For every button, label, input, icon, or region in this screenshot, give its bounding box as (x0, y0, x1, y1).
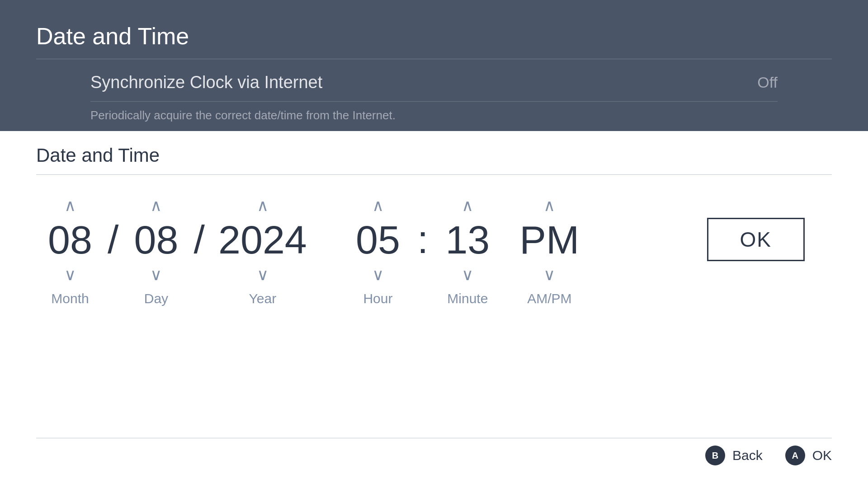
day-label: Day (144, 291, 168, 306)
ampm-label: AM/PM (527, 291, 571, 306)
top-section: Date and Time Synchronize Clock via Inte… (0, 0, 868, 131)
back-label: Back (732, 448, 763, 463)
date-separator-2: / (190, 216, 208, 263)
sync-clock-value: Off (757, 74, 778, 91)
day-picker: ∧ 08 ∨ Day (122, 193, 190, 306)
day-down-arrow[interactable]: ∨ (141, 262, 171, 287)
bottom-section: Date and Time ∧ 08 ∨ Month / ∧ 08 ∨ Day … (0, 131, 868, 488)
ok-nav-icon: A (785, 446, 805, 465)
month-down-arrow[interactable]: ∨ (55, 262, 85, 287)
day-up-arrow[interactable]: ∧ (141, 193, 171, 218)
year-picker: ∧ 2024 ∨ Year (208, 193, 317, 306)
ampm-down-arrow[interactable]: ∨ (534, 262, 564, 287)
picker-row: ∧ 08 ∨ Month / ∧ 08 ∨ Day / ∧ 2024 ∨ Yea (36, 193, 832, 306)
ok-nav-button[interactable]: A OK (785, 446, 832, 465)
year-label: Year (249, 291, 277, 306)
day-value: 08 (122, 218, 190, 262)
ok-button[interactable]: OK (707, 218, 805, 261)
back-nav-button[interactable]: B Back (705, 446, 763, 465)
time-colon: : (412, 216, 434, 263)
year-up-arrow[interactable]: ∧ (248, 193, 278, 218)
sync-row: Synchronize Clock via Internet Off (36, 73, 832, 92)
minute-label: Minute (447, 291, 488, 306)
date-separator-1: / (104, 216, 122, 263)
back-icon: B (705, 446, 725, 465)
year-down-arrow[interactable]: ∨ (248, 262, 278, 287)
top-page-title: Date and Time (36, 23, 832, 50)
month-up-arrow[interactable]: ∧ (55, 193, 85, 218)
year-value: 2024 (208, 218, 317, 262)
minute-value: 13 (434, 218, 501, 262)
month-picker: ∧ 08 ∨ Month (36, 193, 104, 306)
ampm-picker: ∧ PM ∨ AM/PM (515, 193, 584, 306)
ampm-up-arrow[interactable]: ∧ (534, 193, 564, 218)
ampm-value: PM (515, 218, 584, 262)
bottom-bar-divider (36, 438, 832, 438)
sync-description: Periodically acquire the correct date/ti… (36, 102, 832, 122)
month-value: 08 (36, 218, 104, 262)
hour-picker: ∧ 05 ∨ Hour (344, 193, 412, 306)
hour-down-arrow[interactable]: ∨ (363, 262, 393, 287)
bottom-divider (36, 174, 832, 175)
minute-up-arrow[interactable]: ∧ (453, 193, 482, 218)
top-divider (36, 59, 832, 59)
hour-up-arrow[interactable]: ∧ (363, 193, 393, 218)
month-label: Month (51, 291, 89, 306)
bottom-page-title: Date and Time (36, 145, 832, 166)
minute-down-arrow[interactable]: ∨ (453, 262, 482, 287)
bottom-nav-bar: B Back A OK (705, 446, 832, 465)
sync-clock-label: Synchronize Clock via Internet (90, 73, 322, 92)
minute-picker: ∧ 13 ∨ Minute (434, 193, 501, 306)
date-time-pickers: ∧ 08 ∨ Month / ∧ 08 ∨ Day / ∧ 2024 ∨ Yea (36, 193, 707, 306)
ok-button-container: OK (707, 218, 832, 282)
ok-nav-label: OK (812, 448, 832, 463)
hour-label: Hour (363, 291, 392, 306)
hour-value: 05 (344, 218, 412, 262)
